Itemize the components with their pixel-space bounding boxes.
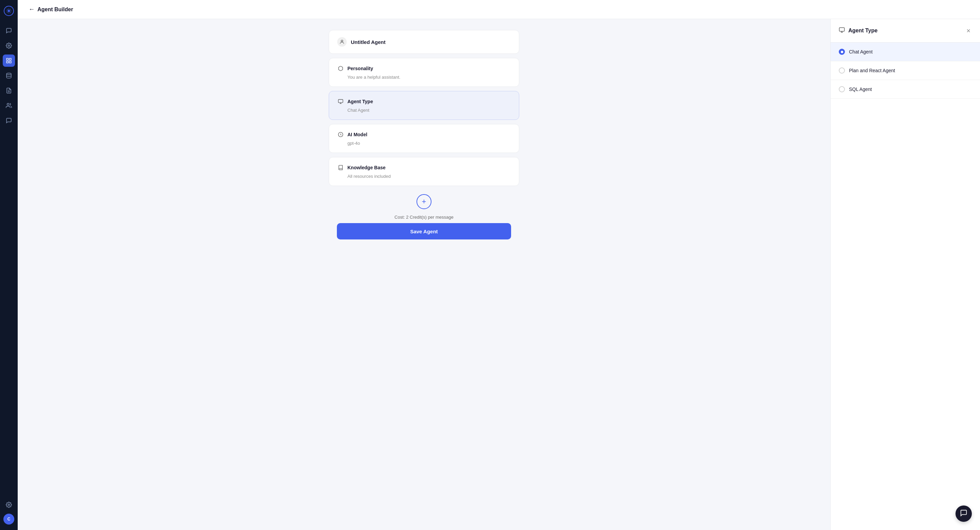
header-title: Agent Builder (37, 6, 73, 13)
radio-plan-react-agent (839, 67, 845, 73)
panel-header: Agent Type × (830, 19, 980, 43)
ai-model-card-title: AI Model (347, 132, 367, 137)
avatar[interactable]: C (3, 514, 14, 525)
knowledge-base-card-header: Knowledge Base (337, 164, 511, 171)
radio-chat-agent (839, 49, 845, 55)
svg-rect-17 (840, 27, 845, 31)
builder-area: Untitled Agent Personality You are a hel… (18, 19, 830, 530)
sidebar-settings-icon[interactable] (3, 499, 15, 511)
sql-agent-label: SQL Agent (849, 86, 872, 92)
panel-close-button[interactable]: × (965, 26, 972, 35)
add-block-button[interactable]: + (417, 194, 431, 209)
ai-model-card[interactable]: AI Model gpt-4o (329, 124, 519, 153)
chat-support-icon (960, 509, 967, 519)
personality-card-title: Personality (347, 66, 373, 71)
sidebar-item-docs[interactable] (3, 85, 15, 97)
plan-react-agent-label: Plan and React Agent (849, 68, 895, 73)
agent-type-panel: Agent Type × Chat Agent Plan and React A… (830, 19, 980, 530)
sidebar: C (0, 0, 18, 530)
ai-model-card-header: AI Model (337, 131, 511, 138)
svg-point-7 (6, 73, 11, 75)
sidebar-item-settings[interactable] (3, 40, 15, 52)
agent-name-text: Untitled Agent (351, 39, 385, 45)
panel-title-row: Agent Type (839, 27, 878, 34)
agent-type-icon (337, 98, 344, 105)
cards-container: Untitled Agent Personality You are a hel… (329, 30, 519, 209)
svg-rect-3 (6, 58, 8, 60)
main-content: ← Agent Builder Untitled Agent (18, 0, 980, 530)
sidebar-item-chat[interactable] (3, 24, 15, 37)
save-agent-button[interactable]: Save Agent (337, 223, 511, 239)
svg-rect-5 (6, 61, 8, 63)
knowledge-base-card[interactable]: Knowledge Base All resources included (329, 157, 519, 186)
svg-point-12 (341, 40, 343, 42)
agent-option-plan-react[interactable]: Plan and React Agent (830, 61, 980, 80)
sidebar-logo (3, 5, 14, 16)
personality-card-header: Personality (337, 65, 511, 72)
radio-sql-agent (839, 86, 845, 92)
chat-agent-label: Chat Agent (849, 49, 872, 54)
back-button[interactable]: ← Agent Builder (29, 6, 73, 13)
personality-icon (337, 65, 344, 72)
svg-point-10 (7, 103, 9, 105)
back-arrow-icon: ← (29, 6, 35, 13)
knowledge-base-card-title: Knowledge Base (347, 165, 385, 170)
header: ← Agent Builder (18, 0, 980, 19)
agent-name-card[interactable]: Untitled Agent (329, 30, 519, 54)
svg-rect-4 (10, 58, 11, 60)
personality-card[interactable]: Personality You are a helpful assistant. (329, 58, 519, 87)
knowledge-base-card-value: All resources included (337, 174, 511, 179)
sidebar-item-grid[interactable] (3, 54, 15, 67)
svg-rect-6 (10, 61, 11, 63)
builder-footer: Cost: 2 Credit(s) per message Save Agent (329, 209, 519, 247)
agent-type-card-title: Agent Type (347, 99, 373, 104)
agent-type-card-value: Chat Agent (337, 108, 511, 113)
content-area: Untitled Agent Personality You are a hel… (18, 19, 980, 530)
cost-label: Cost: 2 Credit(s) per message (395, 215, 453, 220)
agent-option-sql[interactable]: SQL Agent (830, 80, 980, 99)
svg-rect-13 (338, 99, 343, 102)
personality-card-value: You are a helpful assistant. (337, 75, 511, 80)
add-icon: + (422, 197, 426, 206)
sidebar-item-users[interactable] (3, 99, 15, 112)
panel-header-icon (839, 27, 845, 34)
sidebar-bottom: C (3, 499, 15, 525)
agent-type-card-header: Agent Type (337, 98, 511, 105)
sidebar-item-database[interactable] (3, 69, 15, 82)
ai-model-icon (337, 131, 344, 138)
sidebar-item-speech[interactable] (3, 115, 15, 127)
radio-inner-chat (841, 51, 843, 53)
svg-point-11 (8, 504, 10, 506)
panel-title: Agent Type (848, 27, 878, 34)
svg-point-2 (8, 45, 10, 47)
chat-support-button[interactable] (956, 506, 972, 522)
svg-point-1 (8, 10, 10, 12)
knowledge-base-icon (337, 164, 344, 171)
agent-option-chat[interactable]: Chat Agent (830, 43, 980, 61)
ai-model-card-value: gpt-4o (337, 140, 511, 146)
agent-name-icon (337, 37, 347, 47)
panel-content: Chat Agent Plan and React Agent SQL Agen… (830, 43, 980, 530)
agent-type-card[interactable]: Agent Type Chat Agent (329, 91, 519, 120)
